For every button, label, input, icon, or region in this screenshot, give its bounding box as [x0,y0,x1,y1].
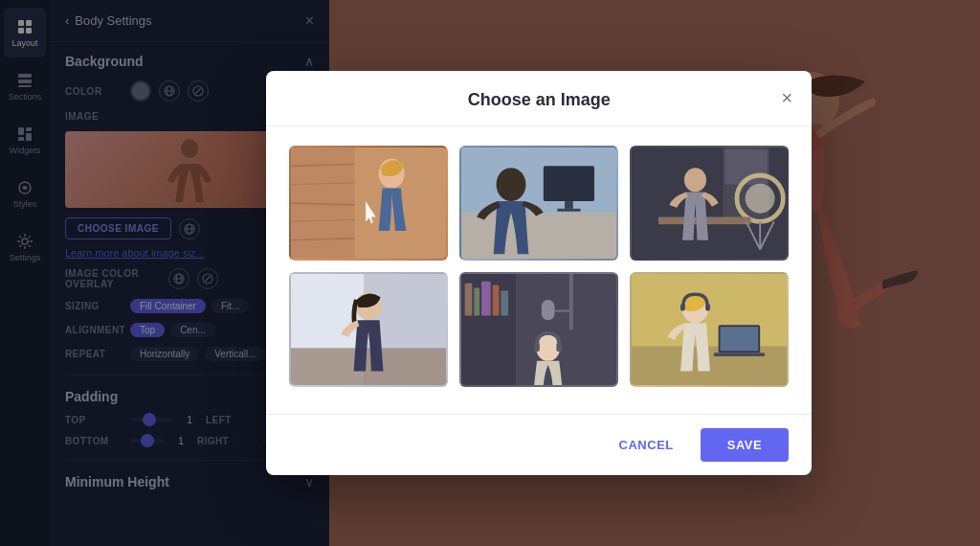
modal-close-button[interactable]: × [782,88,793,107]
image-thumb-4[interactable] [289,272,448,387]
svg-rect-64 [501,290,509,315]
svg-rect-56 [291,348,446,385]
svg-rect-61 [475,288,480,316]
svg-point-49 [684,168,706,192]
svg-point-42 [497,168,526,201]
svg-rect-41 [558,209,581,212]
save-button[interactable]: SAVE [701,428,789,462]
modal-body [266,126,812,414]
choose-image-modal: Choose an Image × [266,71,812,475]
svg-rect-76 [714,353,765,356]
svg-rect-75 [721,327,759,351]
image-grid [289,146,789,387]
modal-footer: CANCEL SAVE [266,414,812,475]
svg-rect-40 [565,201,573,209]
svg-rect-63 [493,285,500,316]
modal-header: Choose an Image × [266,71,812,126]
svg-rect-78 [680,304,685,311]
svg-rect-79 [705,304,710,311]
svg-point-47 [746,184,775,214]
svg-rect-69 [534,343,540,353]
image-thumb-5[interactable] [459,272,618,387]
svg-rect-67 [542,300,555,320]
image-thumb-1[interactable] [289,146,448,261]
modal-title: Choose an Image [468,90,611,110]
image-thumb-3[interactable] [630,146,789,261]
image-thumb-6[interactable] [630,272,789,387]
svg-rect-62 [481,282,491,316]
svg-rect-60 [465,284,473,316]
svg-rect-70 [557,343,563,353]
svg-rect-39 [544,166,594,201]
image-thumb-2[interactable] [459,146,618,261]
cancel-button[interactable]: CANCEL [604,430,689,460]
